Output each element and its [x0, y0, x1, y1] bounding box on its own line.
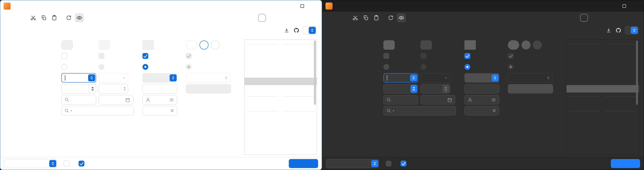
calendar-icon[interactable]	[125, 97, 130, 102]
list-menu-icon[interactable]	[491, 97, 496, 102]
search-options-input[interactable]: ▾	[383, 106, 456, 115]
checkbox-enabled[interactable]	[383, 53, 389, 59]
theme-item-arc[interactable]	[566, 115, 639, 122]
maximize-button[interactable]	[618, 1, 631, 12]
cut-button[interactable]	[29, 14, 38, 22]
accent-swatch-red[interactable]	[285, 15, 291, 21]
theme-item-arc-dark-orange[interactable]	[566, 137, 639, 144]
maximize-button[interactable]	[296, 1, 309, 12]
square-button[interactable]	[142, 40, 154, 50]
checkbox-icon[interactable]	[64, 160, 70, 166]
forward-button[interactable]	[336, 14, 345, 22]
download-themes-button[interactable]	[283, 27, 290, 34]
theme-item-flatlaf-intellij[interactable]	[244, 63, 317, 70]
search-input[interactable]	[383, 95, 418, 104]
checkbox-icon[interactable]	[78, 160, 84, 166]
combobox-editable[interactable]	[61, 73, 96, 83]
forward-button[interactable]	[14, 14, 23, 22]
list-menu-icon[interactable]	[169, 97, 174, 102]
accent-swatch-green[interactable]	[633, 15, 638, 21]
spinner[interactable]	[383, 84, 418, 93]
copy-button[interactable]	[40, 14, 48, 22]
round-button[interactable]	[508, 40, 519, 50]
theme-item-arc-orange[interactable]	[566, 122, 639, 130]
refresh-button[interactable]	[64, 14, 73, 22]
theme-item-flatlaf-macos-light[interactable]	[244, 78, 317, 85]
accent-swatch-yellow[interactable]	[302, 15, 308, 21]
radio-selected[interactable]	[464, 64, 470, 70]
checkbox-enabled[interactable]	[61, 53, 67, 59]
clear-icon[interactable]: ✕	[170, 108, 174, 114]
theme-item-flatlaf-dark[interactable]	[566, 55, 639, 63]
accent-swatch-purple[interactable]	[598, 15, 604, 21]
theme-item-flatlaf-darcula[interactable]	[244, 70, 317, 78]
combo-arrows-icon[interactable]	[410, 74, 417, 81]
refresh-button[interactable]	[386, 14, 395, 22]
show-hidden-toggle[interactable]	[397, 14, 406, 22]
copy-button[interactable]	[362, 14, 370, 22]
checkbox-selected[interactable]	[464, 53, 470, 59]
github-button[interactable]	[293, 27, 300, 34]
accent-swatch-blue[interactable]	[268, 15, 274, 21]
titlebar[interactable]	[0, 1, 322, 12]
date-input[interactable]	[420, 95, 455, 104]
accent-swatch-red[interactable]	[607, 15, 613, 21]
themes-scrollbar[interactable]	[314, 41, 316, 105]
arrow-down-icon[interactable]	[413, 89, 415, 91]
textfield-editable[interactable]	[142, 84, 177, 93]
paste-button[interactable]	[372, 14, 380, 22]
square-button[interactable]	[464, 40, 476, 50]
github-button[interactable]	[615, 27, 622, 34]
accent-swatch-orange[interactable]	[616, 15, 621, 21]
enabled-checkbox[interactable]	[400, 160, 409, 166]
combo-arrows-icon[interactable]	[170, 74, 177, 81]
theme-item-demolaf[interactable]	[244, 100, 317, 107]
accent-swatch-blue-selected[interactable]	[259, 15, 265, 21]
right-to-left-checkbox[interactable]	[386, 160, 394, 166]
accent-swatch-orange[interactable]	[294, 15, 299, 21]
spinner-stepper[interactable]	[410, 85, 417, 93]
theme-item-flatlaf-macos-dark[interactable]	[244, 85, 317, 93]
textfield-editable[interactable]	[464, 84, 499, 93]
clearable-input[interactable]: ✕	[142, 106, 177, 115]
paste-button[interactable]	[50, 14, 58, 22]
show-hidden-toggle[interactable]	[75, 14, 84, 22]
arrow-up-icon[interactable]	[92, 87, 94, 88]
minimize-button[interactable]	[283, 1, 296, 12]
close-window-button[interactable]	[631, 1, 644, 12]
checkbox-icon[interactable]	[386, 160, 392, 166]
help-button[interactable]	[200, 41, 208, 50]
checkbox-selected[interactable]	[142, 53, 148, 59]
enabled-button[interactable]	[383, 40, 395, 50]
user-input[interactable]	[142, 95, 177, 104]
theme-item-arc-orange[interactable]	[244, 122, 317, 130]
spinner-stepper[interactable]	[89, 84, 96, 93]
radio-enabled[interactable]	[61, 64, 67, 70]
combo-arrows-icon[interactable]	[371, 160, 378, 167]
laf-combo[interactable]	[326, 159, 379, 168]
search-icon[interactable]	[64, 108, 70, 113]
theme-item-demolaf[interactable]	[566, 100, 639, 107]
clearable-input[interactable]: ✕	[464, 106, 499, 115]
calendar-icon[interactable]	[447, 97, 452, 102]
spinner[interactable]	[61, 84, 96, 93]
theme-item-flatlaf-macos-light[interactable]	[566, 78, 639, 85]
laf-combo[interactable]	[4, 159, 57, 168]
checkbox-icon[interactable]	[400, 160, 406, 166]
back-button[interactable]	[326, 14, 334, 22]
download-themes-button[interactable]	[605, 27, 612, 34]
theme-item-arc-dark[interactable]	[244, 130, 317, 137]
theme-item-flatlaf-intellij[interactable]	[566, 63, 639, 70]
theme-item-cobalt2[interactable]	[244, 152, 317, 155]
back-button[interactable]	[4, 14, 12, 22]
theme-item-flatlaf-light[interactable]	[244, 48, 317, 55]
theme-item-flatlaf-dark[interactable]	[244, 55, 317, 63]
theme-item-arc-dark-orange[interactable]	[244, 137, 317, 144]
themes-filter-combo[interactable]	[303, 26, 316, 35]
theme-item-cobalt2[interactable]	[566, 152, 639, 155]
search-icon[interactable]	[386, 108, 392, 113]
round-button[interactable]	[186, 40, 197, 50]
combobox-not-editable[interactable]	[142, 73, 177, 83]
search-options-input[interactable]: ▾	[61, 106, 134, 115]
close-button[interactable]	[611, 159, 640, 168]
